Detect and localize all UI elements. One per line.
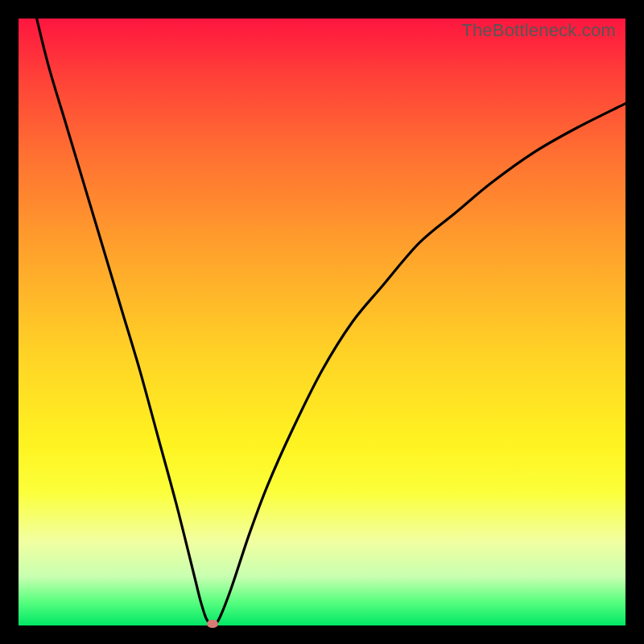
bottleneck-curve xyxy=(19,19,625,625)
minimum-point-marker xyxy=(207,620,218,628)
chart-plot-area: TheBottleneck.com xyxy=(19,19,625,625)
